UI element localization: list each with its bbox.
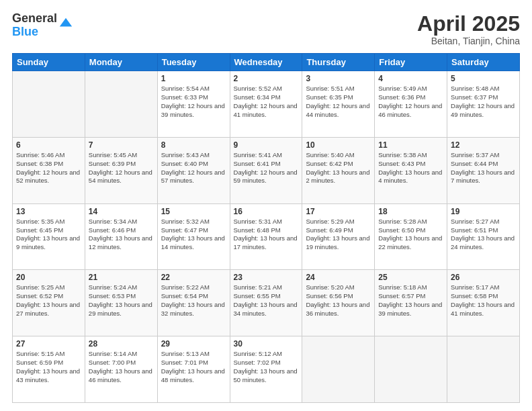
day-number: 12 bbox=[451, 140, 516, 150]
day-info: Sunrise: 5:32 AMSunset: 6:47 PMDaylight:… bbox=[161, 218, 226, 252]
day-info: Sunrise: 5:13 AMSunset: 7:01 PMDaylight:… bbox=[161, 350, 226, 384]
logo: General Blue bbox=[12, 12, 73, 39]
day-number: 18 bbox=[378, 207, 443, 216]
location: Beitan, Tianjin, China bbox=[417, 36, 520, 46]
calendar-cell: 17Sunrise: 5:29 AMSunset: 6:49 PMDayligh… bbox=[302, 203, 375, 270]
day-number: 7 bbox=[89, 140, 154, 150]
weekday-header-saturday: Saturday bbox=[447, 54, 520, 71]
calendar-cell: 30Sunrise: 5:12 AMSunset: 7:02 PMDayligh… bbox=[230, 336, 302, 403]
calendar-cell: 3Sunrise: 5:51 AMSunset: 6:35 PMDaylight… bbox=[302, 71, 375, 138]
calendar-cell: 14Sunrise: 5:34 AMSunset: 6:46 PMDayligh… bbox=[85, 203, 157, 270]
logo-text: General Blue bbox=[12, 12, 57, 39]
day-number: 20 bbox=[16, 273, 81, 282]
day-info: Sunrise: 5:35 AMSunset: 6:45 PMDaylight:… bbox=[16, 218, 81, 252]
calendar-cell: 12Sunrise: 5:37 AMSunset: 6:44 PMDayligh… bbox=[447, 137, 520, 203]
day-info: Sunrise: 5:20 AMSunset: 6:56 PMDaylight:… bbox=[306, 283, 371, 318]
day-number: 4 bbox=[378, 74, 443, 83]
calendar-cell: 2Sunrise: 5:52 AMSunset: 6:34 PMDaylight… bbox=[230, 71, 302, 138]
calendar-cell: 11Sunrise: 5:38 AMSunset: 6:43 PMDayligh… bbox=[375, 137, 447, 203]
calendar-cell bbox=[302, 336, 375, 403]
calendar-cell: 6Sunrise: 5:46 AMSunset: 6:38 PMDaylight… bbox=[13, 137, 85, 203]
month-year: April 2025 bbox=[417, 12, 520, 36]
calendar-cell: 16Sunrise: 5:31 AMSunset: 6:48 PMDayligh… bbox=[230, 203, 302, 270]
day-number: 19 bbox=[451, 207, 516, 216]
weekday-header-wednesday: Wednesday bbox=[230, 54, 302, 71]
day-number: 23 bbox=[234, 273, 299, 282]
calendar-cell: 19Sunrise: 5:27 AMSunset: 6:51 PMDayligh… bbox=[447, 203, 520, 270]
calendar-row-4: 27Sunrise: 5:15 AMSunset: 6:59 PMDayligh… bbox=[13, 336, 520, 403]
day-number: 11 bbox=[378, 140, 443, 150]
weekday-header-monday: Monday bbox=[85, 54, 157, 71]
day-info: Sunrise: 5:52 AMSunset: 6:34 PMDaylight:… bbox=[234, 85, 299, 119]
calendar-cell: 18Sunrise: 5:28 AMSunset: 6:50 PMDayligh… bbox=[375, 203, 447, 270]
day-number: 29 bbox=[161, 339, 226, 349]
day-number: 22 bbox=[161, 273, 226, 282]
day-number: 15 bbox=[161, 207, 226, 216]
day-info: Sunrise: 5:49 AMSunset: 6:36 PMDaylight:… bbox=[378, 85, 443, 119]
calendar-cell: 15Sunrise: 5:32 AMSunset: 6:47 PMDayligh… bbox=[157, 203, 230, 270]
calendar-cell: 8Sunrise: 5:43 AMSunset: 6:40 PMDaylight… bbox=[157, 137, 230, 203]
calendar-cell: 22Sunrise: 5:22 AMSunset: 6:54 PMDayligh… bbox=[157, 270, 230, 336]
calendar-cell: 23Sunrise: 5:21 AMSunset: 6:55 PMDayligh… bbox=[230, 270, 302, 336]
weekday-header-thursday: Thursday bbox=[302, 54, 375, 71]
calendar-cell bbox=[85, 71, 157, 138]
day-info: Sunrise: 5:48 AMSunset: 6:37 PMDaylight:… bbox=[451, 85, 516, 119]
day-number: 16 bbox=[234, 207, 299, 216]
day-number: 3 bbox=[306, 74, 371, 83]
day-info: Sunrise: 5:24 AMSunset: 6:53 PMDaylight:… bbox=[89, 283, 154, 318]
day-info: Sunrise: 5:27 AMSunset: 6:51 PMDaylight:… bbox=[451, 218, 516, 252]
day-info: Sunrise: 5:41 AMSunset: 6:41 PMDaylight:… bbox=[234, 151, 299, 185]
day-info: Sunrise: 5:29 AMSunset: 6:49 PMDaylight:… bbox=[306, 218, 371, 252]
day-number: 5 bbox=[451, 74, 516, 83]
calendar-row-2: 13Sunrise: 5:35 AMSunset: 6:45 PMDayligh… bbox=[13, 203, 520, 270]
weekday-header-tuesday: Tuesday bbox=[157, 54, 230, 71]
calendar-cell: 28Sunrise: 5:14 AMSunset: 7:00 PMDayligh… bbox=[85, 336, 157, 403]
day-number: 30 bbox=[234, 339, 299, 349]
day-info: Sunrise: 5:38 AMSunset: 6:43 PMDaylight:… bbox=[378, 151, 443, 185]
header: General Blue April 2025 Beitan, Tianjin,… bbox=[12, 12, 520, 46]
day-number: 2 bbox=[234, 74, 299, 83]
day-number: 27 bbox=[16, 339, 81, 349]
calendar-cell bbox=[375, 336, 447, 403]
calendar-cell bbox=[13, 71, 85, 138]
day-number: 28 bbox=[89, 339, 154, 349]
calendar-cell: 4Sunrise: 5:49 AMSunset: 6:36 PMDaylight… bbox=[375, 71, 447, 138]
logo-icon bbox=[58, 15, 73, 30]
calendar-cell: 1Sunrise: 5:54 AMSunset: 6:33 PMDaylight… bbox=[157, 71, 230, 138]
day-number: 25 bbox=[378, 273, 443, 282]
calendar-cell: 5Sunrise: 5:48 AMSunset: 6:37 PMDaylight… bbox=[447, 71, 520, 138]
day-number: 24 bbox=[306, 273, 371, 282]
weekday-header-row: SundayMondayTuesdayWednesdayThursdayFrid… bbox=[13, 54, 520, 71]
day-number: 21 bbox=[89, 273, 154, 282]
day-info: Sunrise: 5:46 AMSunset: 6:38 PMDaylight:… bbox=[16, 151, 81, 185]
logo-general: General bbox=[12, 11, 57, 25]
calendar-cell: 29Sunrise: 5:13 AMSunset: 7:01 PMDayligh… bbox=[157, 336, 230, 403]
day-info: Sunrise: 5:34 AMSunset: 6:46 PMDaylight:… bbox=[89, 218, 154, 252]
day-number: 1 bbox=[161, 74, 226, 83]
day-info: Sunrise: 5:54 AMSunset: 6:33 PMDaylight:… bbox=[161, 85, 226, 119]
day-info: Sunrise: 5:15 AMSunset: 6:59 PMDaylight:… bbox=[16, 350, 81, 384]
calendar-row-3: 20Sunrise: 5:25 AMSunset: 6:52 PMDayligh… bbox=[13, 270, 520, 336]
weekday-header-sunday: Sunday bbox=[13, 54, 85, 71]
calendar-cell: 10Sunrise: 5:40 AMSunset: 6:42 PMDayligh… bbox=[302, 137, 375, 203]
day-info: Sunrise: 5:31 AMSunset: 6:48 PMDaylight:… bbox=[234, 218, 299, 252]
day-info: Sunrise: 5:18 AMSunset: 6:57 PMDaylight:… bbox=[378, 283, 443, 318]
calendar-row-0: 1Sunrise: 5:54 AMSunset: 6:33 PMDaylight… bbox=[13, 71, 520, 138]
day-info: Sunrise: 5:45 AMSunset: 6:39 PMDaylight:… bbox=[89, 151, 154, 185]
weekday-header-friday: Friday bbox=[375, 54, 447, 71]
day-info: Sunrise: 5:21 AMSunset: 6:55 PMDaylight:… bbox=[234, 283, 299, 318]
day-info: Sunrise: 5:14 AMSunset: 7:00 PMDaylight:… bbox=[89, 350, 154, 384]
day-number: 6 bbox=[16, 140, 81, 150]
calendar-cell bbox=[447, 336, 520, 403]
day-info: Sunrise: 5:51 AMSunset: 6:35 PMDaylight:… bbox=[306, 85, 371, 119]
calendar-cell: 25Sunrise: 5:18 AMSunset: 6:57 PMDayligh… bbox=[375, 270, 447, 336]
day-info: Sunrise: 5:17 AMSunset: 6:58 PMDaylight:… bbox=[451, 283, 516, 318]
day-number: 9 bbox=[234, 140, 299, 150]
calendar-cell: 21Sunrise: 5:24 AMSunset: 6:53 PMDayligh… bbox=[85, 270, 157, 336]
day-number: 26 bbox=[451, 273, 516, 282]
title-block: April 2025 Beitan, Tianjin, China bbox=[417, 12, 520, 46]
page: General Blue April 2025 Beitan, Tianjin,… bbox=[0, 0, 532, 411]
day-number: 14 bbox=[89, 207, 154, 216]
day-info: Sunrise: 5:25 AMSunset: 6:52 PMDaylight:… bbox=[16, 283, 81, 318]
calendar-cell: 7Sunrise: 5:45 AMSunset: 6:39 PMDaylight… bbox=[85, 137, 157, 203]
